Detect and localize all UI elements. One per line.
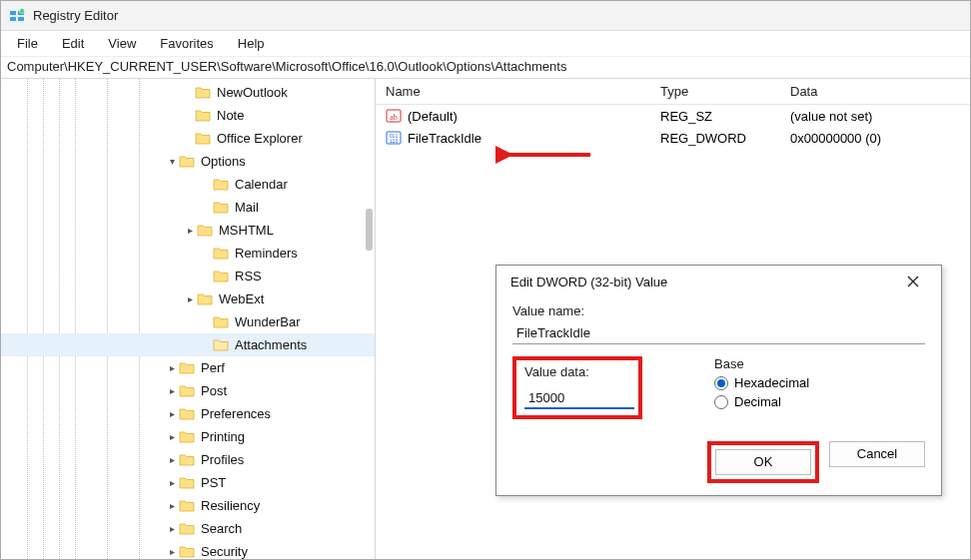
value-row[interactable]: 011110FileTrackIdleREG_DWORD0x00000000 (…: [376, 127, 970, 149]
tree-item[interactable]: ▸Preferences: [1, 402, 375, 425]
tree-item[interactable]: Attachments: [1, 333, 375, 356]
tree-item-label: Post: [201, 383, 227, 398]
cancel-button[interactable]: Cancel: [829, 441, 925, 467]
tree-item[interactable]: Calendar: [1, 173, 375, 196]
menu-bar: File Edit View Favorites Help: [1, 31, 970, 57]
radio-dec-label: Decimal: [734, 394, 781, 409]
chevron-right-icon[interactable]: ▸: [183, 225, 197, 236]
menu-favorites[interactable]: Favorites: [148, 32, 225, 55]
tree-item[interactable]: ▸Post: [1, 379, 375, 402]
radio-hexadecimal[interactable]: Hexadecimal: [714, 375, 809, 390]
folder-icon: [197, 292, 213, 305]
tree-item[interactable]: ▾Options: [1, 150, 375, 173]
chevron-right-icon[interactable]: ▸: [165, 362, 179, 373]
value-list: ab(Default)REG_SZ(value not set)011110Fi…: [376, 105, 970, 149]
folder-icon: [197, 224, 213, 237]
folder-icon: [213, 178, 229, 191]
chevron-right-icon[interactable]: ▸: [165, 546, 179, 557]
tree-item[interactable]: ▸PST: [1, 471, 375, 494]
address-bar[interactable]: Computer\HKEY_CURRENT_USER\Software\Micr…: [1, 57, 970, 79]
folder-icon: [213, 201, 229, 214]
chevron-right-icon[interactable]: ▸: [165, 500, 179, 511]
tree-scrollbar-thumb[interactable]: [366, 209, 373, 251]
chevron-right-icon[interactable]: ▸: [165, 431, 179, 442]
registry-tree[interactable]: NewOutlookNoteOffice Explorer▾OptionsCal…: [1, 79, 375, 559]
menu-file[interactable]: File: [5, 32, 50, 55]
value-data: (value not set): [780, 109, 970, 124]
tree-item[interactable]: Office Explorer: [1, 127, 375, 150]
tree-item-label: MSHTML: [219, 223, 274, 238]
tree-item-label: PST: [201, 475, 226, 490]
tree-item-label: Search: [201, 521, 242, 536]
tree-item-label: Printing: [201, 429, 245, 444]
folder-icon: [179, 545, 195, 558]
tree-item[interactable]: RSS: [1, 265, 375, 287]
chevron-right-icon[interactable]: ▸: [165, 477, 179, 488]
tree-item[interactable]: Reminders: [1, 242, 375, 265]
tree-item[interactable]: Note: [1, 104, 375, 127]
annotation-highlight-value-data: Value data:: [512, 356, 642, 419]
tree-item[interactable]: ▸Resiliency: [1, 494, 375, 517]
menu-edit[interactable]: Edit: [50, 32, 96, 55]
base-label: Base: [714, 356, 809, 371]
value-row[interactable]: ab(Default)REG_SZ(value not set): [376, 105, 970, 127]
dialog-title: Edit DWORD (32-bit) Value: [510, 275, 667, 289]
tree-item-label: WebExt: [219, 291, 264, 306]
tree-item[interactable]: NewOutlook: [1, 81, 375, 104]
tree-item[interactable]: ▸Security: [1, 540, 375, 559]
radio-icon: [714, 395, 728, 409]
tree-item-label: RSS: [235, 269, 262, 283]
chevron-right-icon[interactable]: ▸: [165, 523, 179, 534]
folder-icon: [213, 315, 229, 328]
chevron-right-icon[interactable]: ▸: [165, 408, 179, 419]
close-icon[interactable]: [893, 268, 933, 295]
tree-item[interactable]: ▸Perf: [1, 356, 375, 379]
col-data[interactable]: Data: [780, 80, 970, 103]
tree-item[interactable]: ▸Profiles: [1, 448, 375, 471]
dialog-titlebar[interactable]: Edit DWORD (32-bit) Value: [496, 266, 941, 297]
chevron-right-icon[interactable]: ▸: [165, 385, 179, 396]
tree-item[interactable]: WunderBar: [1, 310, 375, 333]
string-value-icon: ab: [386, 108, 402, 124]
tree-item-label: Perf: [201, 360, 225, 375]
window-title: Registry Editor: [33, 8, 118, 23]
tree-item[interactable]: ▸MSHTML: [1, 219, 375, 242]
tree-item-label: Security: [201, 544, 248, 559]
col-name[interactable]: Name: [376, 80, 650, 103]
value-type: REG_SZ: [650, 109, 780, 124]
folder-icon: [213, 338, 229, 351]
value-name: (Default): [408, 109, 458, 124]
folder-icon: [195, 109, 211, 122]
tree-item[interactable]: ▸Search: [1, 517, 375, 540]
col-type[interactable]: Type: [650, 80, 780, 103]
ok-button[interactable]: OK: [715, 449, 811, 475]
radio-hex-label: Hexadecimal: [734, 375, 809, 390]
chevron-right-icon[interactable]: ▸: [183, 293, 197, 304]
value-data-field[interactable]: [524, 387, 634, 409]
radio-icon: [714, 376, 728, 390]
folder-icon: [213, 247, 229, 260]
folder-icon: [179, 155, 195, 168]
tree-item[interactable]: Mail: [1, 196, 375, 219]
tree-item-label: Preferences: [201, 406, 271, 421]
menu-help[interactable]: Help: [226, 32, 277, 55]
tree-panel: NewOutlookNoteOffice Explorer▾OptionsCal…: [1, 79, 376, 559]
chevron-right-icon[interactable]: ▸: [165, 454, 179, 465]
title-bar: Registry Editor: [1, 1, 970, 31]
folder-icon: [179, 476, 195, 489]
edit-dword-dialog: Edit DWORD (32-bit) Value Value name: Va…: [495, 265, 942, 496]
svg-rect-3: [18, 17, 24, 21]
folder-icon: [179, 361, 195, 374]
svg-rect-2: [10, 17, 16, 21]
tree-item-label: Note: [217, 108, 244, 123]
annotation-highlight-ok: OK: [707, 441, 819, 483]
tree-item[interactable]: ▸Printing: [1, 425, 375, 448]
radio-decimal[interactable]: Decimal: [714, 394, 809, 409]
menu-view[interactable]: View: [96, 32, 148, 55]
value-name-field[interactable]: [512, 322, 925, 344]
tree-item-label: NewOutlook: [217, 85, 288, 100]
tree-item[interactable]: ▸WebExt: [1, 287, 375, 310]
binary-value-icon: 011110: [386, 130, 402, 146]
chevron-down-icon[interactable]: ▾: [165, 156, 179, 167]
list-header: Name Type Data: [376, 79, 970, 105]
